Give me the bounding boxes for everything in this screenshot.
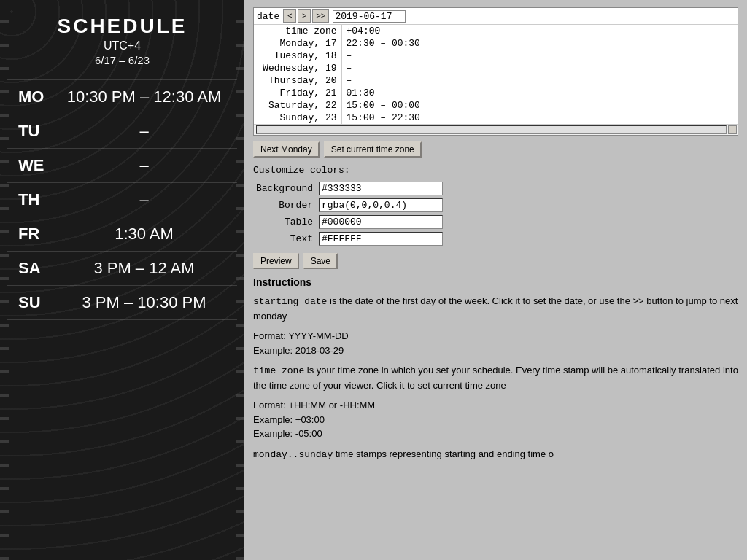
time-value-sa: 3 PM – 12 AM [62, 259, 226, 278]
data-table-container: date < > >> time zone+04:00Monday, 1722:… [253, 7, 738, 136]
color-label: Background [253, 180, 316, 197]
table-row: Friday, 2101:30 [254, 87, 738, 99]
color-input-background[interactable] [319, 182, 443, 195]
schedule-timezone: UTC+4 [104, 39, 141, 52]
date-input[interactable] [333, 10, 406, 23]
next-monday-button[interactable]: Next Monday [253, 141, 320, 158]
table-cell-value: – [341, 62, 738, 74]
resize-handle[interactable] [728, 125, 737, 134]
table-cell-day: Friday, 21 [254, 87, 341, 99]
table-cell-day: time zone [254, 25, 341, 37]
data-table: time zone+04:00Monday, 1722:30 – 00:30Tu… [254, 25, 738, 124]
instructions-section: Instructions starting date is the date o… [253, 276, 738, 462]
instructions-title: Instructions [253, 276, 738, 288]
color-table-row: Border [253, 197, 446, 214]
scrollbar-area [254, 124, 738, 135]
time-value-fr: 1:30 AM [62, 225, 226, 244]
date-label: date [257, 11, 279, 22]
schedule-row-mo: MO 10:30 PM – 12:30 AM [7, 79, 237, 114]
nav-prev-button[interactable]: < [283, 9, 296, 23]
time-value-tu: – [62, 122, 226, 141]
save-button[interactable]: Save [303, 253, 338, 269]
table-cell-value: 15:00 – 22:30 [341, 112, 738, 124]
day-label-th: TH [18, 190, 55, 209]
table-row: Monday, 1722:30 – 00:30 [254, 37, 738, 50]
color-input-border[interactable] [319, 198, 443, 212]
customize-title: Customize colors: [253, 165, 738, 176]
color-input-text[interactable] [319, 232, 443, 246]
schedule-row-tu: TU – [7, 114, 237, 148]
color-label: Text [253, 230, 316, 247]
day-label-fr: FR [18, 225, 55, 244]
color-table-row: Background [253, 180, 446, 197]
set-timezone-button[interactable]: Set current time zone [324, 141, 422, 158]
schedule-row-sa: SA 3 PM – 12 AM [7, 251, 237, 285]
schedule-row-th: TH – [7, 182, 237, 217]
table-row: time zone+04:00 [254, 25, 738, 37]
preview-save-row: Preview Save [253, 253, 738, 269]
table-cell-value: 15:00 – 00:00 [341, 99, 738, 112]
table-row: Saturday, 2215:00 – 00:00 [254, 99, 738, 112]
time-value-su: 3 PM – 10:30 PM [62, 293, 226, 312]
day-label-we: WE [18, 156, 55, 175]
table-cell-day: Wednesday, 19 [254, 62, 341, 74]
table-cell-value: 22:30 – 00:30 [341, 37, 738, 50]
schedule-title: SCHEDULE [57, 15, 187, 38]
table-cell-day: Saturday, 22 [254, 99, 341, 112]
customize-colors-section: Customize colors: BackgroundBorderTableT… [253, 165, 738, 247]
schedule-dates: 6/17 – 6/23 [95, 54, 150, 66]
color-table-row: Text [253, 230, 446, 247]
color-table: BackgroundBorderTableText [253, 180, 446, 247]
instruction-paragraph: time zone is your time zone in which you… [253, 363, 738, 392]
color-label: Table [253, 214, 316, 230]
day-label-sa: SA [18, 259, 55, 278]
table-cell-value: – [341, 74, 738, 87]
day-label-mo: MO [18, 88, 55, 106]
time-value-mo: 10:30 PM – 12:30 AM [62, 88, 226, 106]
table-row: Wednesday, 19– [254, 62, 738, 74]
action-button-row: Next Monday Set current time zone [253, 141, 738, 158]
day-label-su: SU [18, 293, 55, 312]
horizontal-scrollbar[interactable] [256, 125, 727, 134]
color-label: Border [253, 197, 316, 214]
table-row: Tuesday, 18– [254, 50, 738, 62]
schedule-row-su: SU 3 PM – 10:30 PM [7, 285, 237, 320]
table-cell-day: Tuesday, 18 [254, 50, 341, 62]
day-label-tu: TU [18, 122, 55, 141]
color-table-row: Table [253, 214, 446, 230]
instructions-body: starting date is the date of the first d… [253, 294, 738, 462]
time-value-th: – [62, 190, 226, 209]
instruction-paragraph: monday..sunday time stamps representing … [253, 447, 738, 462]
time-value-we: – [62, 156, 226, 175]
right-panel: date < > >> time zone+04:00Monday, 1722:… [244, 0, 747, 560]
table-cell-value: 01:30 [341, 87, 738, 99]
instruction-paragraph: Format: YYYY-MM-DD Example: 2018-03-29 [253, 329, 738, 357]
table-row: Sunday, 2315:00 – 22:30 [254, 112, 738, 124]
instruction-paragraph: starting date is the date of the first d… [253, 294, 738, 323]
instruction-paragraph: Format: +HH:MM or -HH:MM Example: +03:00… [253, 398, 738, 441]
nav-nextnext-button[interactable]: >> [312, 9, 329, 23]
schedule-row-we: WE – [7, 148, 237, 182]
schedule-row-fr: FR 1:30 AM [7, 217, 237, 251]
table-cell-day: Thursday, 20 [254, 74, 341, 87]
schedule-panel: SCHEDULE UTC+4 6/17 – 6/23 MO 10:30 PM –… [0, 0, 244, 560]
table-cell-day: Monday, 17 [254, 37, 341, 50]
color-input-table[interactable] [319, 215, 443, 229]
preview-button[interactable]: Preview [253, 253, 299, 269]
table-cell-value: – [341, 50, 738, 62]
table-cell-value: +04:00 [341, 25, 738, 37]
table-row: Thursday, 20– [254, 74, 738, 87]
nav-next-button[interactable]: > [298, 9, 311, 23]
data-table-header: date < > >> [254, 8, 738, 25]
table-cell-day: Sunday, 23 [254, 112, 341, 124]
